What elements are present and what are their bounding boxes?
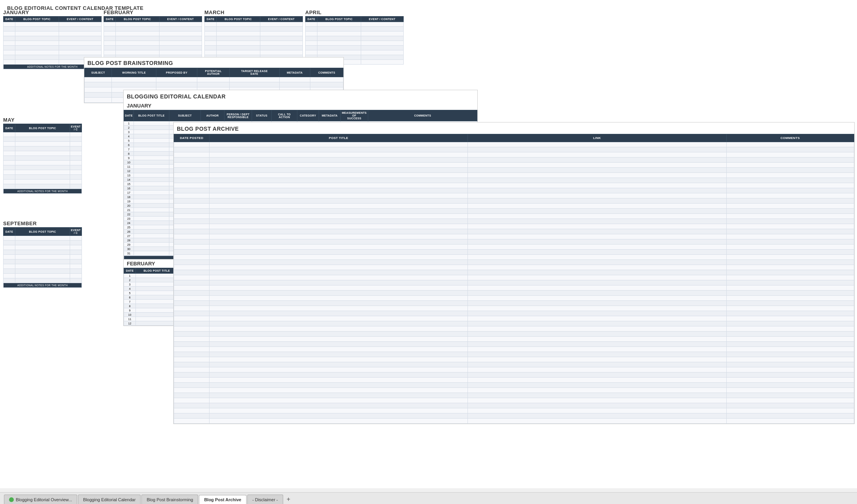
- may-label: MAY: [3, 116, 82, 124]
- april-block: APRIL DATE BLOG POST TOPIC EVENT / CONTE…: [305, 9, 404, 65]
- tab-archive-label: Blog Post Archive: [204, 497, 241, 502]
- september-table: DATE BLOG POST TOPIC EVENT / C: [3, 227, 82, 288]
- tab-disclaimer[interactable]: - Disclaimer -: [247, 495, 283, 504]
- bs-target-header: TARGET RELEASEDATE: [230, 68, 279, 77]
- feb-ec-title-header: BLOG POST TITLE: [136, 268, 178, 274]
- sep-topic-header: BLOG POST TOPIC: [15, 228, 70, 236]
- feb-editorial-table: DATE BLOG POST TITLE 1 2 3 4 5 6 7: [124, 268, 178, 326]
- feb-ec-date-header: DATE: [124, 268, 136, 274]
- september-label: SEPTEMBER: [3, 220, 82, 227]
- ec-author-header: AUTHOR: [201, 110, 224, 121]
- tab-brainstorming-label: Blog Post Brainstorming: [147, 497, 193, 502]
- may-date-header: DATE: [4, 124, 15, 132]
- ec-measurements-header: MEASUREMENTS OFSUCCESS: [341, 110, 368, 121]
- bs-subject-header: SUBJECT: [85, 68, 112, 77]
- ec-metadata-header: METADATA: [319, 110, 341, 121]
- mar-topic-header: BLOG POST TOPIC: [217, 17, 260, 22]
- tab-blogging-editorial-overview[interactable]: Blogging Editorial Overview...: [4, 495, 77, 504]
- ec-title-header: BLOG POST TITLE: [134, 110, 169, 121]
- ec-subject-header: SUBJECT: [169, 110, 201, 121]
- ec-comments-header: COMMENTS: [368, 110, 477, 121]
- february-label: FEBRUARY: [104, 9, 202, 16]
- brainstorm-title: BLOG POST BRAINSTORMING: [84, 57, 343, 68]
- archive-date-header: DATE POSTED: [174, 134, 210, 142]
- tab-blog-post-brainstorming[interactable]: Blog Post Brainstorming: [141, 495, 198, 504]
- may-event-header: EVENT / C: [70, 124, 82, 132]
- editorial-cal-title: BLOGGING EDITORIAL CALENDAR: [124, 90, 477, 102]
- tab-disclaimer-label: - Disclaimer -: [252, 497, 278, 502]
- may-topic-header: BLOG POST TOPIC: [15, 124, 70, 132]
- feb-editorial-section: FEBRUARY DATE BLOG POST TITLE 1 2 3 4 5: [123, 259, 178, 326]
- bs-working-title-header: WORKING TITLE: [112, 68, 156, 77]
- jan-date-header: DATE: [4, 17, 15, 22]
- archive-post-title-header: POST TITLE: [210, 134, 468, 142]
- september-block: SEPTEMBER DATE BLOG POST TOPIC EVENT / C: [3, 220, 82, 288]
- mar-date-header: DATE: [205, 17, 217, 22]
- january-label: JANUARY: [3, 9, 102, 16]
- apr-topic-header: BLOG POST TOPIC: [317, 17, 361, 22]
- archive-section: BLOG POST ARCHIVE DATE POSTED POST TITLE…: [173, 122, 855, 424]
- feb-event-header: EVENT / CONTENT: [159, 17, 202, 22]
- tab-blogging-editorial-calendar[interactable]: Blogging Editorial Calendar: [78, 495, 141, 504]
- ec-cta-header: CALL TO ACTION: [272, 110, 297, 121]
- ec-date-header: DATE: [124, 110, 134, 121]
- bs-comments-header: COMMENTS: [310, 68, 343, 77]
- feb-editorial-label: FEBRUARY: [124, 259, 178, 268]
- tab-add-button[interactable]: +: [284, 495, 293, 504]
- may-table: DATE BLOG POST TOPIC EVENT / C: [3, 124, 82, 194]
- may-block: MAY DATE BLOG POST TOPIC EVENT / C: [3, 116, 82, 194]
- sep-date-header: DATE: [4, 228, 15, 236]
- ec-person-header: PERSON / DEPTRESPONSIBLE: [224, 110, 252, 121]
- tab-blog-post-archive[interactable]: Blog Post Archive: [199, 495, 246, 504]
- archive-link-header: LINK: [468, 134, 726, 142]
- jan-topic-header: BLOG POST TOPIC: [15, 17, 59, 22]
- ec-status-header: STATUS: [252, 110, 272, 121]
- archive-table: DATE POSTED POST TITLE LINK COMMENTS: [174, 134, 854, 424]
- feb-topic-header: BLOG POST TOPIC: [116, 17, 160, 22]
- mar-event-header: EVENT / CONTENT: [260, 17, 302, 22]
- feb-date-header: DATE: [104, 17, 116, 22]
- apr-event-header: EVENT / CONTENT: [361, 17, 403, 22]
- march-label: MARCH: [204, 9, 303, 16]
- bs-metadata-header: METADATA: [279, 68, 310, 77]
- sep-event-header: EVENT / C: [70, 228, 82, 236]
- tabs-bar: Blogging Editorial Overview... Blogging …: [0, 492, 857, 504]
- ec-category-header: CATEGORY: [297, 110, 319, 121]
- april-label: APRIL: [305, 9, 404, 16]
- bs-potential-header: POTENTIALAUTHOR: [197, 68, 229, 77]
- archive-comments-header: COMMENTS: [726, 134, 854, 142]
- tab-calendar-label: Blogging Editorial Calendar: [83, 497, 135, 502]
- apr-date-header: DATE: [306, 17, 317, 22]
- archive-title: BLOG POST ARCHIVE: [174, 122, 854, 134]
- editorial-jan-label: JANUARY: [124, 102, 477, 110]
- tab-overview-label: Blogging Editorial Overview...: [16, 497, 72, 502]
- bs-proposed-header: PROPOSED BY: [156, 68, 197, 77]
- jan-event-header: EVENT / CONTENT: [59, 17, 101, 22]
